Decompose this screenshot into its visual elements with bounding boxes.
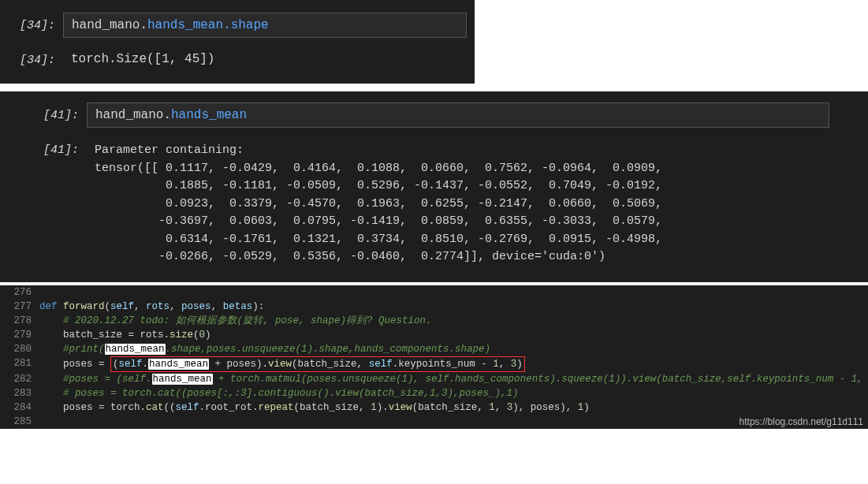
code-input-34[interactable]: hand_mano.hands_mean.shape: [63, 13, 467, 38]
jupyter-cell-34: [34]: hand_mano.hands_mean.shape [34]: t…: [0, 0, 475, 84]
output-text-34: torch.Size([1, 45]): [63, 47, 467, 71]
code-token: repeat: [259, 402, 294, 413]
code-token: view: [389, 402, 412, 413]
code-token: view: [268, 359, 292, 370]
line-number: 285: [0, 415, 39, 429]
code-token: ,: [170, 301, 181, 312]
watermark: https://blog.csdn.net/g11d111: [739, 416, 863, 427]
input-cell-41: [41]: hand_mano.hands_mean: [0, 98, 868, 132]
code-token: (batch_size,: [294, 402, 371, 413]
code-obj-41: hand_mano.: [95, 108, 171, 122]
code-suffix: .shape: [223, 18, 269, 32]
output-text-41: Parameter containing: tensor([[ 0.1117, …: [87, 137, 860, 271]
jupyter-cell-41: [41]: hand_mano.hands_mean [41]: Paramet…: [0, 91, 868, 282]
code-line[interactable]: 283 # poses = torch.cat((poses[:,:3].con…: [0, 386, 868, 400]
code-line[interactable]: 280 #print(hands_mean.shape,poses.unsque…: [0, 342, 868, 356]
code-token: [39, 374, 63, 385]
code-token: rots: [146, 301, 170, 312]
highlight-box: (self.hands_mean + poses).view(batch_siz…: [110, 356, 525, 372]
line-number: 277: [0, 300, 39, 314]
line-number: 278: [0, 314, 39, 328]
line-number: 280: [0, 342, 39, 356]
code-token: ,: [495, 402, 507, 413]
code-token: # 2020.12.27 todo: 如何根据参数(旋转, pose, shap…: [63, 315, 432, 326]
code-token: (: [113, 359, 119, 370]
code-line[interactable]: 282 #poses = (self.hands_mean + torch.ma…: [0, 372, 868, 386]
code-token: poses = torch.: [39, 402, 146, 413]
code-token: (: [105, 301, 111, 312]
code-content[interactable]: [39, 285, 868, 300]
line-number: 284: [0, 400, 39, 415]
code-token: ,: [211, 301, 223, 312]
code-token: poses =: [39, 359, 110, 370]
code-token: betas: [223, 301, 253, 312]
code-line[interactable]: 278 # 2020.12.27 todo: 如何根据参数(旋转, pose, …: [0, 314, 868, 328]
code-token: 0: [199, 329, 206, 341]
code-token: self: [369, 359, 393, 370]
code-token: [39, 388, 63, 399]
code-token: poses: [181, 301, 211, 312]
code-content[interactable]: poses = torch.cat((self.root_rot.repeat(…: [39, 400, 868, 415]
code-content[interactable]: poses = (self.hands_mean + poses).view(b…: [39, 356, 868, 372]
code-token: + poses).: [209, 359, 268, 370]
code-content[interactable]: # poses = torch.cat((poses[:,:3].contigu…: [39, 386, 868, 400]
code-token: ,: [499, 359, 511, 370]
input-cell-34: [34]: hand_mano.hands_mean.shape: [0, 8, 475, 43]
code-token: .: [143, 359, 149, 370]
code-token: 1: [371, 402, 377, 413]
output-cell-41: [41]: Parameter containing: tensor([[ 0.…: [0, 132, 868, 276]
output-prompt-34: [34]:: [0, 47, 63, 71]
code-token: def: [39, 301, 63, 312]
code-token: self: [119, 359, 143, 370]
code-token: size: [170, 329, 193, 341]
code-token: (batch_size,: [292, 359, 369, 370]
code-content[interactable]: batch_size = rots.size(0): [39, 328, 868, 342]
code-token: # poses = torch.cat((poses[:,:3].contigu…: [63, 388, 519, 399]
code-line[interactable]: 276: [0, 285, 868, 300]
code-editor[interactable]: 276277def forward(self, rots, poses, bet…: [0, 285, 868, 429]
code-obj: hand_mano.: [72, 18, 147, 32]
code-content[interactable]: #poses = (self.hands_mean + torch.matmul…: [39, 372, 868, 386]
code-token: ), poses),: [512, 402, 578, 413]
code-line[interactable]: 284 poses = torch.cat((self.root_rot.rep…: [0, 400, 868, 415]
code-line[interactable]: 277def forward(self, rots, poses, betas)…: [0, 300, 868, 314]
code-token: hands_mean: [152, 374, 213, 385]
line-number: 283: [0, 386, 39, 400]
input-prompt-34: [34]:: [0, 13, 63, 38]
code-line[interactable]: 281 poses = (self.hands_mean + poses).vi…: [0, 356, 868, 372]
code-token: (: [193, 329, 199, 341]
tensor-output: Parameter containing: tensor([[ 0.1117, …: [95, 142, 852, 266]
code-content[interactable]: #print(hands_mean.shape,poses.unsqueeze(…: [39, 342, 868, 356]
line-number: 276: [0, 285, 39, 300]
code-token: ,: [134, 301, 146, 312]
code-token: [39, 344, 63, 355]
code-token: ((: [164, 402, 176, 413]
code-line[interactable]: 279 batch_size = rots.size(0): [0, 328, 868, 342]
code-token: ): [583, 402, 590, 413]
code-token: hands_mean: [148, 359, 209, 370]
code-token: ): [516, 359, 523, 370]
code-token: ):: [252, 301, 264, 312]
code-token: forward: [63, 301, 105, 312]
input-prompt-41: [41]:: [0, 102, 87, 128]
code-content[interactable]: # 2020.12.27 todo: 如何根据参数(旋转, pose, shap…: [39, 314, 868, 328]
code-token: hands_mean: [105, 344, 166, 355]
code-line[interactable]: 285: [0, 415, 868, 429]
code-attr-41: hands_mean: [171, 108, 247, 122]
code-token: 1: [489, 402, 495, 413]
output-cell-34: [34]: torch.Size([1, 45]): [0, 43, 475, 76]
code-token: + torch.matmul(poses.unsqueeze(1), self.…: [213, 374, 868, 385]
code-token: (batch_size,: [412, 402, 490, 413]
code-token: cat: [146, 402, 164, 413]
code-token: self: [176, 402, 199, 413]
code-token: ).: [377, 402, 389, 413]
code-token: batch_size = rots.: [39, 329, 170, 341]
code-token: #print(: [63, 344, 105, 355]
code-token: self: [110, 301, 134, 312]
code-content[interactable]: def forward(self, rots, poses, betas):: [39, 300, 868, 314]
code-token: ): [205, 329, 211, 341]
code-input-41[interactable]: hand_mano.hands_mean: [87, 102, 829, 128]
code-token: [39, 315, 63, 326]
line-number: 282: [0, 372, 39, 386]
code-token: .shape,poses.unsqueeze(1).shape,hands_co…: [166, 344, 491, 355]
